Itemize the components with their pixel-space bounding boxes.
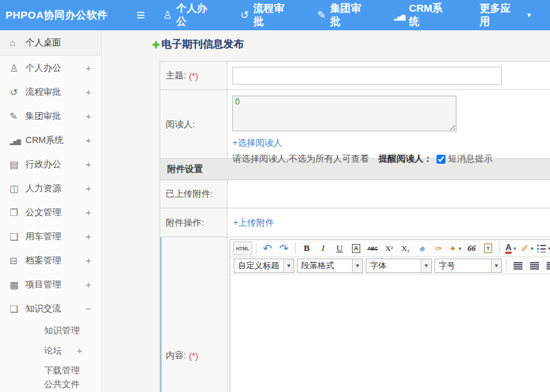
page-title-bar: ✚ 电子期刊信息发布 bbox=[152, 38, 244, 51]
nav-item-personal-office[interactable]: 个人办公 bbox=[163, 2, 223, 28]
publish-form: 主题: (*) 阅读人: 0 +选择阅读人 请选择阅读人,不选为所有人可查看 提… bbox=[160, 61, 550, 392]
sidebar-item-icon bbox=[10, 63, 25, 74]
content-label: 内容: bbox=[166, 349, 186, 362]
paste-text-button[interactable]: T ▾ bbox=[481, 241, 496, 255]
nav-item-crm[interactable]: CRM系统 bbox=[394, 2, 458, 28]
readers-row: 阅读人: 0 +选择阅读人 请选择阅读人,不选为所有人可查看 提醒阅读人： 短消… bbox=[160, 90, 550, 159]
sidebar-item-label: 知识管理 bbox=[44, 325, 82, 337]
sidebar-item-icon bbox=[10, 159, 25, 170]
attachment-op-label: 附件操作: bbox=[166, 217, 204, 229]
undo-button[interactable]: ↶ ▾ bbox=[260, 241, 275, 255]
expand-toggle-icon[interactable]: + bbox=[85, 206, 91, 218]
underline-button[interactable]: U ▾ bbox=[332, 241, 347, 255]
ordered-list-button[interactable]: ▾ bbox=[536, 241, 550, 255]
expand-toggle-icon[interactable]: + bbox=[85, 86, 91, 98]
readers-note-line: 请选择阅读人,不选为所有人可查看 提醒阅读人： 短消息提示 bbox=[232, 153, 550, 165]
remove-format-button[interactable]: ◆ ▾ bbox=[415, 241, 430, 255]
uploaded-attachments-value bbox=[228, 180, 550, 208]
readers-label: 阅读人: bbox=[166, 118, 195, 131]
sidebar-item-label: 个人办公 bbox=[25, 62, 85, 74]
strikethrough-button[interactable]: ABC ▾ bbox=[365, 241, 380, 255]
blockquote-button[interactable]: 66 ▾ bbox=[464, 241, 479, 255]
sidebar-item-label: 集团审批 bbox=[25, 110, 85, 122]
content-label-cell: 内容: (*) bbox=[160, 237, 228, 392]
sidebar-item-vehicle-mgmt[interactable]: 用车管理 + bbox=[0, 224, 101, 248]
toolbar-button: ▾ bbox=[256, 243, 256, 254]
subject-input[interactable] bbox=[232, 67, 502, 85]
sidebar-item-archive-mgmt[interactable]: 档案管理 + bbox=[0, 248, 101, 272]
sidebar-item-forum[interactable]: 论坛 + bbox=[0, 340, 101, 360]
caret-down-icon: ▼ bbox=[421, 259, 431, 272]
sidebar-item-icon bbox=[10, 279, 25, 290]
uploaded-label-cell: 已上传附件: bbox=[160, 180, 228, 208]
editor-content-area[interactable] bbox=[230, 274, 550, 392]
format-brush-button[interactable]: ✑ ▾ bbox=[431, 241, 446, 255]
expand-toggle-icon[interactable]: + bbox=[85, 110, 91, 122]
attachment-section-title: 附件设置 bbox=[167, 163, 203, 175]
font-family-select[interactable]: 字体 ▼ bbox=[366, 259, 432, 273]
expand-toggle-icon[interactable]: + bbox=[85, 158, 91, 170]
sidebar-item-icon bbox=[10, 207, 25, 218]
sidebar-item-label: 知识交流 bbox=[25, 303, 85, 315]
uploaded-attachments-label: 已上传附件: bbox=[166, 188, 213, 200]
expand-toggle-icon[interactable]: + bbox=[76, 345, 91, 356]
sidebar-item-knowledge-mgmt[interactable]: 知识管理 bbox=[0, 320, 101, 340]
select-readers-link[interactable]: +选择阅读人 bbox=[232, 137, 550, 149]
sidebar-item-group-approval[interactable]: 集团审批 + bbox=[0, 104, 101, 128]
align-center-button[interactable]: ▾ bbox=[527, 259, 542, 272]
sidebar-item-knowledge-exchange[interactable]: 知识交流 − bbox=[0, 296, 101, 320]
paragraph-format-select[interactable]: 段落格式 ▼ bbox=[297, 259, 363, 273]
expand-toggle-icon[interactable]: + bbox=[85, 230, 91, 242]
toolbar-button: ▾ bbox=[506, 260, 507, 271]
expand-toggle-icon[interactable]: + bbox=[85, 182, 91, 194]
expand-toggle-icon[interactable]: + bbox=[85, 254, 91, 266]
caret-down-icon bbox=[526, 12, 532, 19]
sidebar-item-label: 项目管理 bbox=[25, 279, 85, 291]
uploaded-attachments-row: 已上传附件: bbox=[160, 180, 550, 208]
font-color-button[interactable]: A ▾ bbox=[503, 241, 518, 255]
caret-down-icon: ▼ bbox=[491, 259, 501, 272]
sidebar-item-crm[interactable]: CRM系统 + bbox=[0, 128, 101, 152]
sidebar-item-personal-desktop[interactable]: 个人桌面 bbox=[0, 30, 101, 56]
readers-textarea[interactable]: 0 bbox=[232, 96, 456, 131]
auto-typeset-button[interactable]: ✦ ▾ bbox=[448, 241, 463, 255]
hamburger-menu-icon[interactable]: ≡ bbox=[129, 7, 152, 23]
sidebar-item-admin-office[interactable]: 行政办公 + bbox=[0, 152, 101, 176]
nav-item-more-apps[interactable]: 更多应用 bbox=[476, 2, 532, 28]
subscript-button[interactable]: X₂ ▾ bbox=[398, 241, 413, 255]
nav-item-label: 流程审批 bbox=[253, 2, 291, 28]
highlight-button[interactable]: ✐ ▾ bbox=[520, 241, 535, 255]
attachment-op-row: 附件操作: +上传附件 bbox=[160, 208, 550, 237]
align-right-button[interactable]: ▾ bbox=[543, 259, 550, 272]
required-mark: (*) bbox=[189, 351, 199, 361]
upload-attachment-link[interactable]: +上传附件 bbox=[233, 217, 274, 229]
caret-down-icon: ▾ bbox=[531, 246, 534, 252]
sidebar-item-document-mgmt[interactable]: 公文管理 + bbox=[0, 200, 101, 224]
italic-button[interactable]: I ▾ bbox=[316, 241, 331, 255]
expand-toggle-icon[interactable]: + bbox=[85, 279, 91, 290]
align-left-button[interactable]: ▾ bbox=[510, 259, 525, 272]
font-size-select[interactable]: 字号 ▼ bbox=[434, 259, 502, 273]
sidebar-item-workflow-approval[interactable]: 流程审批 + bbox=[0, 80, 101, 104]
expand-toggle-icon[interactable]: + bbox=[85, 134, 91, 146]
nav-item-label: CRM系统 bbox=[409, 2, 450, 28]
html-source-button[interactable]: HTML ▾ bbox=[233, 241, 252, 255]
sidebar-item-hr[interactable]: 人力资源 + bbox=[0, 176, 101, 200]
nav-item-group-approval[interactable]: 集团审批 bbox=[317, 2, 376, 28]
sidebar-item-public-file-cabinet[interactable]: 公共文件柜 bbox=[0, 380, 101, 392]
expand-toggle-icon[interactable]: − bbox=[85, 303, 91, 314]
bold-button[interactable]: B ▾ bbox=[299, 241, 314, 255]
sidebar-item-label: 用车管理 bbox=[25, 230, 85, 243]
sidebar-item-project-mgmt[interactable]: 项目管理 + bbox=[0, 272, 101, 296]
expand-toggle-icon[interactable]: + bbox=[85, 62, 91, 74]
custom-title-select[interactable]: 自定义标题 ▼ bbox=[234, 259, 294, 273]
sidebar-item-personal-office[interactable]: 个人办公 + bbox=[0, 56, 101, 80]
sidebar: 个人桌面 个人办公 + 流程审批 + 集团审批 + CRM系统 + 行政办公 bbox=[0, 30, 102, 392]
superscript-button[interactable]: X² ▾ bbox=[382, 241, 397, 255]
font-border-button[interactable]: A ▾ bbox=[349, 241, 364, 255]
subject-label: 主题: bbox=[166, 69, 186, 82]
sms-notify-checkbox[interactable] bbox=[437, 155, 446, 164]
nav-item-workflow-approval[interactable]: 流程审批 bbox=[241, 2, 300, 28]
redo-button[interactable]: ↷ ▾ bbox=[276, 241, 292, 255]
sidebar-item-label: 流程审批 bbox=[25, 86, 85, 98]
